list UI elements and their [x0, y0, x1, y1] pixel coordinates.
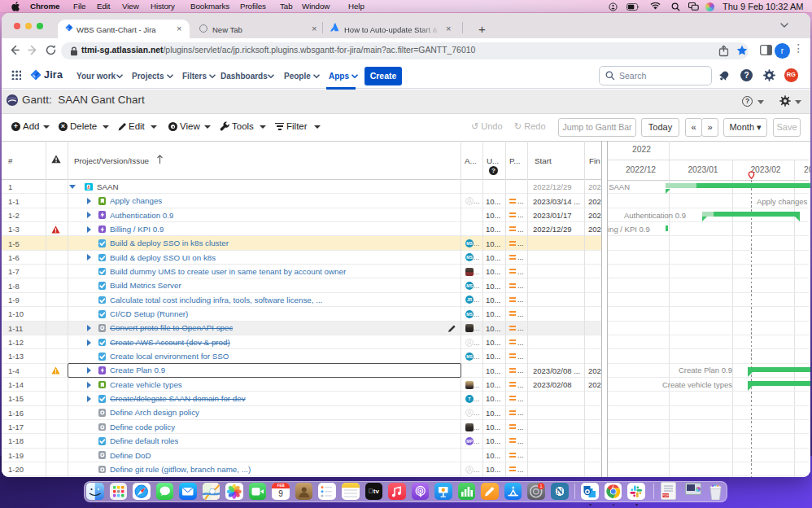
svg-text:1: 1 [540, 484, 543, 488]
